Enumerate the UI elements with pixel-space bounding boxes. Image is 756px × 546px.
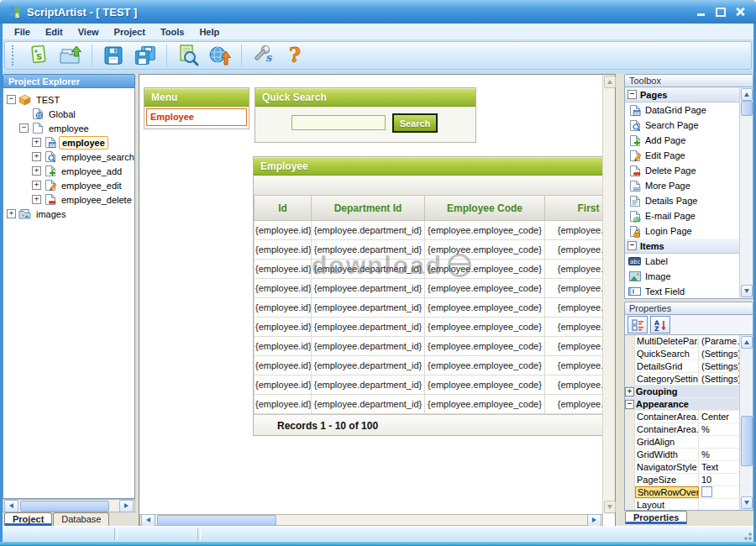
tree-item-employee[interactable]: +employee <box>3 135 134 150</box>
property-row-navigatorstyle[interactable]: NavigatorStyleText <box>625 461 740 474</box>
property-value[interactable]: Text <box>699 462 740 472</box>
property-row-containerarea-[interactable]: ContainerArea...% <box>625 423 740 436</box>
toolbox-group-pages[interactable]: −Pages <box>625 87 740 102</box>
toolbox-item-add-page[interactable]: Add Page <box>625 133 740 148</box>
grid-row[interactable]: {employee.id}{employee.department_id}{em… <box>255 279 603 298</box>
tree-horizontal-scrollbar[interactable] <box>3 499 135 512</box>
scroll-left-icon[interactable] <box>4 500 18 512</box>
toolbox-item-details-page[interactable]: Details Page <box>625 193 740 208</box>
grid-row[interactable]: {employee.id}{employee.department_id}{em… <box>255 356 603 375</box>
toolbox-item-more-page[interactable]: More Page <box>625 178 740 193</box>
grid-row[interactable]: {employee.id}{employee.department_id}{em… <box>255 240 603 260</box>
quick-search-input[interactable] <box>291 115 386 130</box>
expand-icon[interactable]: + <box>32 152 41 161</box>
toolbox-item-image[interactable]: Image <box>625 269 740 284</box>
property-row-quicksearch[interactable]: QuickSearch(Settings) <box>625 348 740 360</box>
toolbox-item-edit-page[interactable]: Edit Page <box>625 148 740 163</box>
properties-scrollbar[interactable] <box>739 335 753 510</box>
grid-row[interactable]: {employee.id}{employee.department_id}{em… <box>255 298 603 318</box>
menu-edit[interactable]: Edit <box>38 25 71 39</box>
toolbox-item-delete-page[interactable]: Delete Page <box>625 163 740 178</box>
new-project-button[interactable]: s <box>23 43 55 68</box>
save-all-button[interactable] <box>129 43 161 68</box>
property-value[interactable]: 10 <box>699 475 740 485</box>
grid-row[interactable]: {employee.id}{employee.department_id}{em… <box>255 221 603 240</box>
collapse-icon[interactable]: − <box>627 90 637 99</box>
alphabetical-sort-button[interactable]: AZ <box>650 316 670 333</box>
minimize-button[interactable] <box>694 5 709 18</box>
resize-grip-icon[interactable] <box>742 530 752 540</box>
close-button[interactable] <box>732 5 748 18</box>
collapse-icon[interactable]: − <box>625 400 634 409</box>
property-row-layout[interactable]: Layout <box>625 499 740 510</box>
grid-row[interactable]: {employee.id}{employee.department_id}{em… <box>255 337 603 356</box>
tab-properties[interactable]: Properties <box>625 511 687 524</box>
toolbox-item-e-mail-page[interactable]: @E-mail Page <box>625 208 740 223</box>
scroll-down-icon[interactable] <box>741 496 753 509</box>
scroll-up-icon[interactable] <box>741 88 753 101</box>
grid-row[interactable]: {employee.id}{employee.department_id}{em… <box>255 318 603 337</box>
categorized-view-button[interactable] <box>627 316 648 333</box>
options-button[interactable]: s <box>247 43 279 68</box>
canvas-vertical-scrollbar[interactable] <box>602 75 615 514</box>
expand-icon[interactable]: + <box>32 181 41 190</box>
menu-tools[interactable]: Tools <box>153 25 192 39</box>
tree-item-employee_delete[interactable]: +employee_delete <box>3 192 134 207</box>
scroll-right-icon[interactable] <box>587 514 601 527</box>
toolbox-item-datagrid-page[interactable]: DataGrid Page <box>625 102 740 118</box>
toolbox-group-items[interactable]: −Items <box>625 239 740 254</box>
tab-project[interactable]: Project <box>4 512 52 526</box>
save-button[interactable] <box>97 43 129 68</box>
toolbox-item-login-page[interactable]: Login Page <box>625 223 740 239</box>
property-row-categorysettings[interactable]: CategorySettings(Settings) <box>625 373 740 386</box>
expand-icon[interactable]: + <box>7 209 16 218</box>
expand-icon[interactable]: + <box>32 195 41 204</box>
publish-button[interactable] <box>204 43 236 68</box>
menu-view[interactable]: View <box>71 25 107 39</box>
scroll-down-icon[interactable] <box>604 501 616 513</box>
toolbox-item-search-page[interactable]: Search Page <box>625 118 740 133</box>
grid-row[interactable]: {employee.id}{employee.department_id}{em… <box>255 375 603 395</box>
scroll-down-icon[interactable] <box>741 285 753 297</box>
property-value[interactable] <box>699 486 740 499</box>
canvas-horizontal-scrollbar[interactable] <box>139 514 603 526</box>
scroll-up-icon[interactable] <box>741 336 753 349</box>
property-value[interactable]: Center <box>699 412 740 422</box>
tab-database[interactable]: Database <box>53 512 109 526</box>
tree-item-employee_add[interactable]: +employee_add <box>3 164 134 178</box>
tree-item-employee[interactable]: −employee <box>3 121 134 135</box>
scrollbar-thumb[interactable] <box>157 515 276 526</box>
tree-item-global[interactable]: Global <box>3 107 134 121</box>
toolbar-grip[interactable] <box>12 45 16 66</box>
expand-icon[interactable]: + <box>625 387 634 396</box>
property-row-pagesize[interactable]: PageSize10 <box>625 474 740 486</box>
toolbox-item-label[interactable]: abcLabel <box>625 254 740 269</box>
property-row-appearance[interactable]: −Appearance <box>625 398 740 411</box>
property-value[interactable]: (Settings) <box>699 361 740 371</box>
tree-item-employee_edit[interactable]: +employee_edit <box>3 178 134 192</box>
property-row-gridwidth[interactable]: GridWidth% <box>625 449 740 461</box>
toolbox-item-text-field[interactable]: Text Field <box>625 284 740 298</box>
grid-column-header[interactable]: First Name <box>545 196 603 221</box>
property-value[interactable]: % <box>699 449 740 459</box>
search-button[interactable]: Search <box>392 113 438 133</box>
maximize-button[interactable] <box>713 5 728 18</box>
toolbox-scrollbar[interactable] <box>739 87 753 298</box>
scrollbar-thumb[interactable] <box>741 101 753 116</box>
scroll-up-icon[interactable] <box>604 76 616 88</box>
tree-item-employee_search[interactable]: +employee_search <box>3 150 134 164</box>
property-row-multideletepar-[interactable]: MultiDeletePar...(Parame... <box>625 335 740 348</box>
menu-file[interactable]: File <box>7 25 38 39</box>
scroll-right-icon[interactable] <box>119 500 134 512</box>
grid-row[interactable]: {employee.id}{employee.department_id}{em… <box>255 260 603 279</box>
grid-column-header[interactable]: Department Id <box>312 196 425 221</box>
preview-button[interactable] <box>172 43 204 68</box>
help-button[interactable]: ? <box>279 43 311 68</box>
menu-link-employee[interactable]: Employee <box>146 108 247 126</box>
property-row-grouping[interactable]: +Grouping <box>625 386 740 398</box>
property-value[interactable]: (Settings) <box>699 374 740 384</box>
grid-column-header[interactable]: Employee Code <box>425 196 545 221</box>
tree-item-test[interactable]: −TEST <box>3 92 134 107</box>
checkbox-icon[interactable] <box>701 486 712 497</box>
collapse-icon[interactable]: − <box>19 123 29 133</box>
